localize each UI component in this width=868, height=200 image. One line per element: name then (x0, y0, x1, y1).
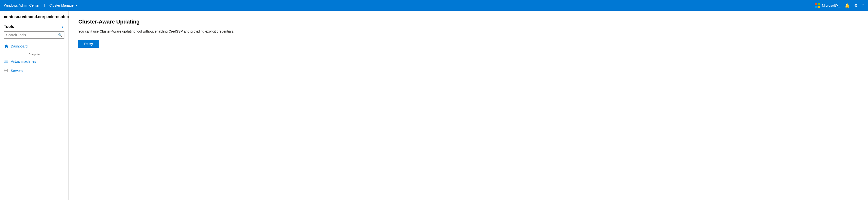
topbar-center: Microsoft (815, 3, 836, 8)
main-layout: contoso.redmond.corp.microsoft.com Tools… (0, 11, 868, 200)
content-area: Cluster-Aware Updating You can't use Clu… (68, 11, 868, 200)
vm-icon (4, 59, 8, 64)
logo-green (817, 3, 820, 5)
sidebar-item-virtual-machines[interactable]: Virtual machines (0, 57, 68, 66)
collapse-sidebar-button[interactable]: ‹ (60, 24, 64, 29)
compute-section-label: Compute (0, 51, 68, 57)
retry-button[interactable]: Retry (79, 40, 99, 48)
logo-blue (815, 6, 817, 8)
cluster-manager-chevron: ▾ (76, 4, 77, 7)
tools-header: Tools ‹ (0, 21, 68, 31)
dashboard-icon (4, 44, 8, 48)
dashboard-label: Dashboard (11, 44, 28, 48)
search-button[interactable]: 🔍 (56, 32, 64, 38)
content-message: You can't use Cluster-Aware updating too… (79, 29, 858, 34)
microsoft-label: Microsoft (822, 3, 836, 7)
bell-icon[interactable]: 🔔 (845, 3, 850, 8)
svg-rect-1 (5, 61, 8, 62)
cluster-manager-menu[interactable]: Cluster Manager ▾ (50, 3, 77, 7)
terminal-icon[interactable]: >_ (836, 3, 840, 8)
sidebar: contoso.redmond.corp.microsoft.com Tools… (0, 11, 68, 200)
search-box: 🔍 (4, 31, 64, 39)
app-title: Windows Admin Center (4, 3, 40, 7)
servers-icon (4, 69, 8, 73)
sidebar-header: contoso.redmond.corp.microsoft.com (0, 11, 68, 21)
svg-point-5 (7, 69, 8, 70)
topbar-divider: | (44, 3, 45, 8)
servers-label: Servers (11, 69, 23, 73)
settings-icon[interactable]: ⚙ (854, 3, 858, 8)
topbar-left: Windows Admin Center | Cluster Manager ▾ (4, 3, 815, 8)
topbar: Windows Admin Center | Cluster Manager ▾… (0, 0, 868, 11)
logo-red (815, 3, 817, 5)
microsoft-logo (815, 3, 820, 8)
sidebar-item-dashboard[interactable]: Dashboard (0, 42, 68, 51)
cluster-manager-label: Cluster Manager (50, 3, 75, 7)
host-title: contoso.redmond.corp.microsoft.com (4, 15, 75, 19)
help-icon[interactable]: ? (862, 3, 864, 8)
virtual-machines-label: Virtual machines (11, 60, 36, 63)
svg-point-6 (7, 71, 8, 72)
tools-label: Tools (4, 25, 14, 29)
topbar-right: >_ 🔔 ⚙ ? (836, 3, 864, 8)
logo-yellow (817, 6, 820, 8)
page-title: Cluster-Aware Updating (79, 19, 858, 25)
sidebar-item-servers[interactable]: Servers (0, 66, 68, 75)
search-input[interactable] (4, 32, 56, 38)
svg-rect-2 (5, 63, 7, 63)
